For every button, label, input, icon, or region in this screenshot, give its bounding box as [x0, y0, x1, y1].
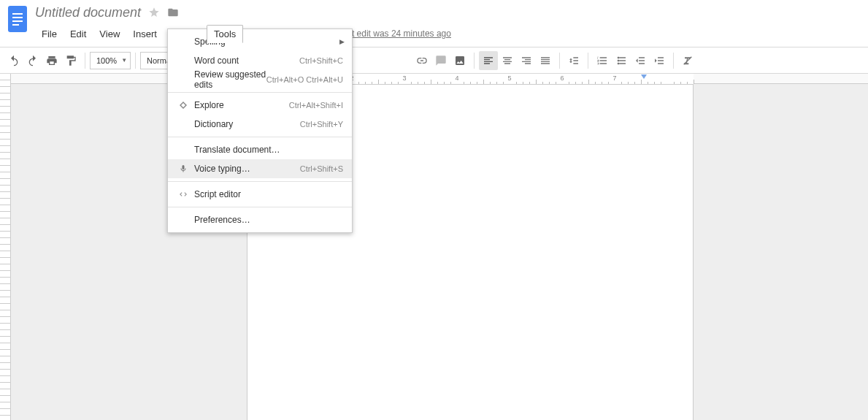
svg-rect-4 [12, 24, 19, 26]
svg-rect-2 [12, 17, 23, 18]
undo-button[interactable] [4, 51, 23, 70]
clear-formatting-button[interactable] [678, 51, 697, 70]
explore-icon [177, 101, 190, 110]
vertical-ruler [0, 74, 11, 420]
menu-review-suggested-edits[interactable]: Review suggested edits Ctrl+Alt+O Ctrl+A… [168, 70, 352, 89]
menu-insert[interactable]: Insert [126, 26, 164, 42]
menu-spelling[interactable]: Spelling ▶ [168, 32, 352, 51]
svg-rect-1 [12, 13, 23, 15]
menu-file[interactable]: File [35, 26, 64, 42]
align-right-button[interactable] [517, 51, 536, 70]
last-edit-link[interactable]: Last edit was 24 minutes ago [338, 28, 451, 39]
code-icon [177, 190, 190, 199]
insert-image-button[interactable] [450, 51, 469, 70]
menu-word-count[interactable]: Word count Ctrl+Shift+C [168, 51, 352, 70]
bulleted-list-button[interactable] [612, 51, 631, 70]
paint-format-button[interactable] [61, 51, 80, 70]
horizontal-ruler: 1234567 [0, 74, 868, 84]
insert-comment-button[interactable] [431, 51, 450, 70]
star-icon[interactable] [148, 7, 160, 18]
align-center-button[interactable] [498, 51, 517, 70]
toolbar: 100%▼ Normal text▼ [0, 47, 868, 74]
align-left-button[interactable] [479, 51, 498, 70]
workspace: 1234567 [0, 74, 868, 420]
decrease-indent-button[interactable] [631, 51, 650, 70]
svg-rect-0 [8, 6, 27, 32]
menubar: File Edit View Insert Format Tools Add-o… [35, 23, 862, 44]
svg-rect-3 [12, 20, 23, 22]
tools-dropdown: Spelling ▶ Word count Ctrl+Shift+C Revie… [167, 28, 353, 233]
header: Untitled document File Edit View Insert … [0, 0, 868, 47]
insert-link-button[interactable] [412, 51, 431, 70]
folder-icon[interactable] [167, 7, 179, 18]
chevron-right-icon: ▶ [339, 38, 345, 45]
right-margin-marker[interactable] [641, 75, 647, 79]
print-button[interactable] [42, 51, 61, 70]
microphone-icon [177, 164, 190, 173]
numbered-list-button[interactable] [593, 51, 612, 70]
menu-tools[interactable]: Tools [207, 25, 243, 43]
menu-dictionary[interactable]: Dictionary Ctrl+Shift+Y [168, 115, 352, 134]
menu-explore[interactable]: Explore Ctrl+Alt+Shift+I [168, 96, 352, 115]
menu-script-editor[interactable]: Script editor [168, 185, 352, 204]
increase-indent-button[interactable] [650, 51, 669, 70]
menu-translate-document[interactable]: Translate document… [168, 140, 352, 159]
zoom-select[interactable]: 100%▼ [90, 52, 131, 69]
menu-view[interactable]: View [93, 26, 126, 42]
menu-edit[interactable]: Edit [64, 26, 93, 42]
document-title[interactable]: Untitled document [35, 5, 141, 20]
align-justify-button[interactable] [536, 51, 555, 70]
redo-button[interactable] [23, 51, 42, 70]
menu-preferences[interactable]: Preferences… [168, 210, 352, 229]
docs-logo[interactable] [6, 4, 29, 34]
menu-voice-typing[interactable]: Voice typing… Ctrl+Shift+S [168, 159, 352, 178]
line-spacing-button[interactable] [564, 51, 583, 70]
